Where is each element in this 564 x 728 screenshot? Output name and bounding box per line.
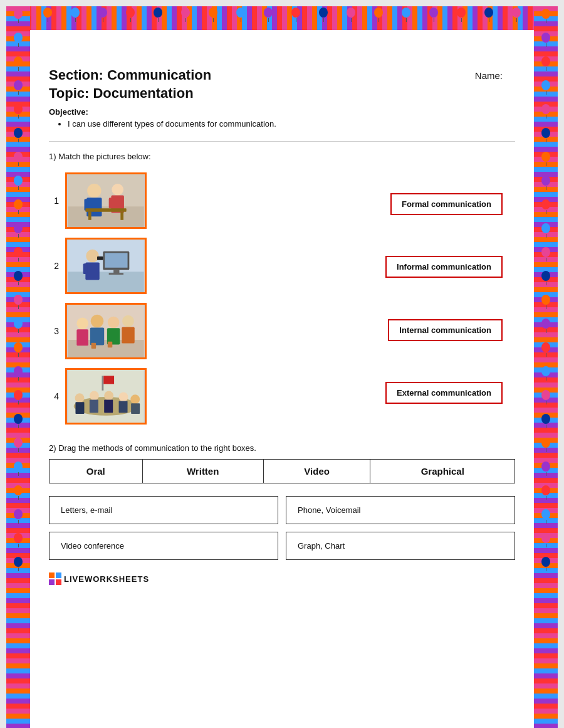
logo-sq-4 — [56, 579, 61, 585]
svg-rect-26 — [90, 328, 104, 346]
picture-row-1: 1 — [49, 172, 147, 229]
balloon-decor — [14, 366, 23, 388]
row-number-3: 3 — [49, 326, 59, 336]
svg-rect-32 — [108, 342, 112, 347]
labels-col: Formal communication Informal communicat… — [147, 172, 515, 425]
balloon-decor — [14, 438, 23, 459]
balloon-decor — [14, 176, 23, 197]
method-oral[interactable]: Oral — [50, 460, 143, 483]
svg-point-37 — [90, 391, 99, 401]
balloon-decor — [541, 462, 550, 483]
svg-rect-10 — [120, 212, 123, 220]
drag-item-phone[interactable]: Phone, Voicemail — [286, 496, 515, 524]
drag-items-grid: Letters, e-mail Phone, Voicemail Video c… — [49, 496, 515, 560]
border-right — [534, 6, 558, 728]
header-section: Section: Communication Topic: Documentat… — [49, 66, 515, 102]
svg-rect-19 — [83, 263, 88, 274]
balloon-decor — [541, 509, 550, 530]
logo-squares — [49, 572, 61, 585]
question1-label: 1) Match the pictures below: — [49, 152, 515, 161]
svg-point-41 — [119, 393, 128, 402]
svg-rect-44 — [131, 403, 140, 414]
svg-rect-38 — [90, 400, 98, 413]
balloon-decor — [541, 342, 550, 364]
balloon-decor — [541, 295, 550, 316]
balloon-decor — [181, 8, 190, 29]
picture-row-3: 3 — [49, 303, 147, 359]
drag-item-graph[interactable]: Graph, Chart — [286, 532, 515, 560]
footer: LIVEWORKSHEETS — [49, 572, 515, 588]
balloon-decor — [14, 414, 23, 435]
balloon-decor — [541, 319, 550, 340]
balloon-decor — [541, 128, 550, 149]
balloon-decor — [541, 438, 550, 459]
balloon-decor — [14, 390, 23, 411]
picture-row-2: 2 — [49, 238, 147, 294]
methods-table: Oral Written Video Graphical — [49, 459, 515, 483]
method-video[interactable]: Video — [263, 460, 370, 483]
balloon-decor — [43, 8, 52, 29]
balloon-decor — [14, 128, 23, 149]
svg-point-2 — [87, 184, 101, 198]
svg-point-25 — [91, 315, 104, 328]
svg-rect-8 — [85, 208, 126, 212]
title-block: Section: Communication Topic: Documentat… — [49, 66, 211, 102]
svg-point-29 — [122, 315, 134, 327]
balloon-decor — [541, 199, 550, 221]
comm-label-formal[interactable]: Formal communication — [390, 193, 503, 215]
svg-point-43 — [130, 394, 140, 404]
balloon-decor — [14, 247, 23, 268]
method-graphical[interactable]: Graphical — [370, 460, 515, 483]
row-number-1: 1 — [49, 196, 59, 206]
objective-label: Objective: — [49, 107, 515, 117]
balloon-decor — [14, 533, 23, 554]
balloon-decor — [541, 80, 550, 102]
border-top — [6, 6, 558, 30]
pictures-col: 1 — [49, 172, 147, 425]
drag-item-letters[interactable]: Letters, e-mail — [49, 496, 278, 524]
balloon-decor — [541, 223, 550, 245]
balloon-decor — [541, 485, 550, 507]
balloon-decor — [374, 8, 383, 29]
logo-sq-2 — [56, 572, 61, 578]
svg-rect-24 — [76, 329, 88, 346]
balloon-decor — [14, 104, 23, 125]
picture-box-3 — [65, 303, 147, 359]
balloon-decor — [541, 152, 550, 173]
page-title-line1: Section: Communication — [49, 66, 211, 85]
balloon-decor — [484, 8, 493, 29]
drag-item-video[interactable]: Video conference — [49, 532, 278, 560]
balloon-decor — [541, 414, 550, 435]
svg-rect-45 — [102, 376, 103, 391]
comm-label-external[interactable]: External communication — [385, 382, 503, 404]
balloon-decor — [71, 8, 80, 29]
balloon-decor — [98, 8, 107, 29]
balloon-decor — [14, 319, 23, 340]
balloon-decor — [541, 366, 550, 388]
balloon-decor — [14, 509, 23, 530]
svg-rect-7 — [109, 198, 113, 209]
comm-label-internal[interactable]: Internal communication — [388, 319, 503, 341]
match-section: 1 — [49, 172, 515, 425]
border-left — [6, 6, 30, 728]
balloon-decor — [209, 8, 217, 29]
balloon-decor — [541, 33, 550, 54]
balloon-decor — [291, 8, 300, 29]
balloon-decor — [154, 8, 162, 29]
balloon-decor — [14, 33, 23, 54]
svg-rect-12 — [68, 272, 144, 293]
logo-sq-1 — [49, 572, 55, 578]
svg-rect-36 — [75, 403, 84, 414]
balloon-decor — [541, 271, 550, 292]
page-wrapper: Section: Communication Topic: Documentat… — [6, 6, 558, 728]
comm-label-informal[interactable]: Informal communication — [385, 256, 503, 278]
footer-logo: LIVEWORKSHEETS — [49, 572, 149, 585]
method-written[interactable]: Written — [142, 460, 263, 483]
svg-rect-46 — [103, 376, 114, 384]
balloon-decor — [541, 56, 550, 78]
name-label: Name: — [475, 70, 515, 81]
balloon-decor — [541, 176, 550, 197]
balloon-decor — [14, 485, 23, 507]
balloon-decor — [319, 8, 328, 29]
section-divider — [49, 141, 515, 142]
